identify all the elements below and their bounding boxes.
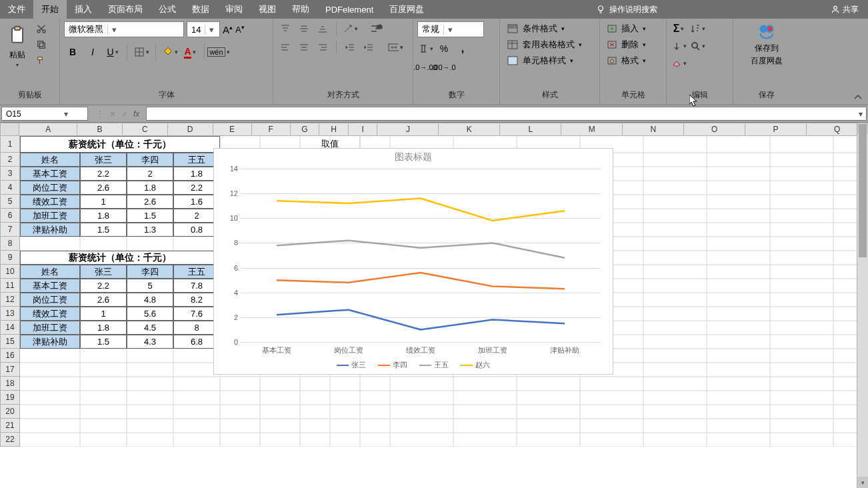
cell[interactable]: 薪资统计（单位：千元） <box>20 251 220 265</box>
cell-styles-button[interactable]: 单元格样式▾ <box>504 53 595 68</box>
menu-tab-视图[interactable]: 视图 <box>251 0 284 19</box>
save-to-cloud-button[interactable]: 保存到 百度网盘 <box>748 21 785 68</box>
cell[interactable]: 张三 <box>80 265 127 279</box>
conditional-format-button[interactable]: 条件格式▾ <box>504 21 595 36</box>
row-header[interactable]: 2 <box>0 153 20 167</box>
paste-button[interactable]: 粘贴 ▾ <box>4 21 31 69</box>
decrease-font-button[interactable]: A▾ <box>235 24 245 35</box>
column-header[interactable]: B <box>77 123 123 136</box>
menu-tab-百度网盘[interactable]: 百度网盘 <box>381 0 432 19</box>
confirm-edit-button[interactable]: ✓ <box>121 109 128 119</box>
column-header[interactable]: L <box>500 123 561 136</box>
spreadsheet-grid[interactable]: ABCDEFGHIJKLMNOPQ 1234567891011121314151… <box>0 123 868 488</box>
menu-tab-公式[interactable]: 公式 <box>151 0 184 19</box>
row-header[interactable]: 20 <box>0 405 20 419</box>
cell[interactable]: 加班工资 <box>20 321 80 335</box>
row-header[interactable]: 13 <box>0 307 20 321</box>
column-header[interactable]: H <box>319 123 349 136</box>
cell[interactable]: 2.6 <box>80 181 127 195</box>
scrollbar-thumb[interactable] <box>859 124 867 257</box>
cell[interactable]: 津贴补助 <box>20 223 80 237</box>
cell[interactable]: 1.5 <box>80 223 127 237</box>
row-header[interactable]: 21 <box>0 419 20 433</box>
column-header[interactable]: A <box>19 123 77 136</box>
wrap-text-button[interactable]: ab <box>369 21 385 36</box>
border-button[interactable]: ▾ <box>133 44 150 60</box>
cell[interactable]: 1.8 <box>80 209 127 223</box>
row-header[interactable]: 16 <box>0 349 20 363</box>
cell[interactable]: 5 <box>127 279 173 293</box>
increase-font-button[interactable]: A▴ <box>223 24 233 35</box>
row-header[interactable]: 4 <box>0 181 20 195</box>
italic-button[interactable]: I <box>84 44 101 60</box>
row-header[interactable]: 11 <box>0 279 20 293</box>
cell[interactable]: 津贴补助 <box>20 335 80 349</box>
number-format-combo[interactable]: 常规▾ <box>417 21 484 37</box>
column-header[interactable]: N <box>623 123 684 136</box>
delete-cells-button[interactable]: 删除▾ <box>604 37 662 52</box>
fill-color-button[interactable]: ▾ <box>161 44 179 60</box>
menu-tab-PDFelement[interactable]: PDFelement <box>317 0 381 19</box>
format-painter-button[interactable] <box>33 53 49 68</box>
column-header[interactable]: P <box>745 123 807 136</box>
increase-indent-button[interactable] <box>361 40 377 55</box>
column-header[interactable]: F <box>252 123 291 136</box>
row-header[interactable]: 5 <box>0 195 20 209</box>
cell[interactable]: 5.6 <box>127 307 173 321</box>
cell[interactable]: 2.2 <box>80 167 127 181</box>
row-header[interactable]: 14 <box>0 321 20 335</box>
font-size-combo[interactable]: 14▾ <box>187 21 220 37</box>
format-cells-button[interactable]: 格式▾ <box>604 53 662 68</box>
row-header[interactable]: 19 <box>0 391 20 405</box>
cell[interactable]: 李四 <box>127 265 173 279</box>
cell[interactable]: 1.8 <box>80 321 127 335</box>
percent-button[interactable]: % <box>436 41 452 56</box>
row-header[interactable]: 15 <box>0 335 20 349</box>
cell[interactable]: 2 <box>127 167 173 181</box>
cell[interactable]: 薪资统计（单位：千元） <box>20 136 220 153</box>
increase-decimal-button[interactable]: .0→.00 <box>417 60 433 75</box>
collapse-ribbon-button[interactable] <box>853 94 863 101</box>
share-button[interactable]: 共享 <box>821 0 868 19</box>
cell[interactable]: 1 <box>80 307 127 321</box>
font-name-combo[interactable]: 微软雅黑▾ <box>64 21 184 37</box>
scroll-down-button[interactable]: ▾ <box>857 477 868 488</box>
cell[interactable]: 1.3 <box>127 223 173 237</box>
cell[interactable]: 岗位工资 <box>20 293 80 307</box>
column-header[interactable]: O <box>684 123 745 136</box>
cancel-edit-button[interactable]: ✕ <box>109 109 116 119</box>
accounting-format-button[interactable]: ▾ <box>417 41 433 56</box>
column-header[interactable]: G <box>291 123 320 136</box>
row-header[interactable]: 17 <box>0 363 20 377</box>
tell-me-search[interactable]: 操作说明搜索 <box>589 0 664 19</box>
column-header[interactable]: J <box>377 123 439 136</box>
cell[interactable]: 2.6 <box>127 195 173 209</box>
orientation-button[interactable]: ▾ <box>342 21 358 36</box>
column-header[interactable]: M <box>561 123 623 136</box>
menu-tab-文件[interactable]: 文件 <box>0 0 33 19</box>
menu-tab-审阅[interactable]: 审阅 <box>217 0 251 19</box>
sort-filter-button[interactable]: ▾ <box>689 21 705 36</box>
insert-cells-button[interactable]: 插入▾ <box>604 21 662 36</box>
cell[interactable]: 2.2 <box>80 279 127 293</box>
row-header[interactable]: 12 <box>0 293 20 307</box>
column-header[interactable]: K <box>439 123 500 136</box>
cell[interactable]: 1.5 <box>127 209 173 223</box>
row-header[interactable]: 9 <box>0 251 20 265</box>
font-color-button[interactable]: A▾ <box>181 44 199 60</box>
find-button[interactable]: ▾ <box>689 39 705 53</box>
menu-tab-数据[interactable]: 数据 <box>184 0 217 19</box>
align-middle-button[interactable] <box>296 21 312 36</box>
align-left-button[interactable] <box>277 40 293 55</box>
cancel-formula-button[interactable]: ⋮ <box>96 109 104 119</box>
clear-button[interactable]: ▾ <box>671 56 687 71</box>
row-header[interactable]: 1 <box>0 136 20 153</box>
cell[interactable]: 岗位工资 <box>20 181 80 195</box>
align-bottom-button[interactable] <box>315 21 331 36</box>
decrease-decimal-button[interactable]: .00→.0 <box>436 60 452 75</box>
embedded-chart[interactable]: 图表标题 02468101214基本工资岗位工资绩效工资加班工资津贴补助 张三李… <box>213 148 613 375</box>
phonetic-button[interactable]: wén▾ <box>210 44 227 60</box>
select-all-corner[interactable] <box>0 123 19 136</box>
align-center-button[interactable] <box>296 40 312 55</box>
menu-tab-插入[interactable]: 插入 <box>67 0 100 19</box>
